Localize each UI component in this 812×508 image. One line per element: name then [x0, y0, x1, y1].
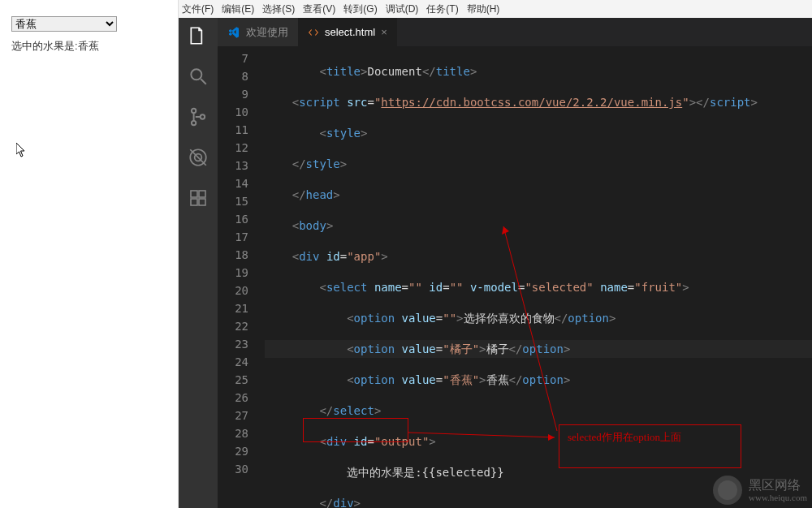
menu-file[interactable]: 文件(F) [182, 2, 214, 16]
vscode-editor: 文件(F) 编辑(E) 选择(S) 查看(V) 转到(G) 调试(D) 任务(T… [179, 0, 812, 508]
menu-debug[interactable]: 调试(D) [386, 2, 419, 16]
tab-select-html[interactable]: select.html × [298, 18, 397, 46]
tab-welcome[interactable]: 欢迎使用 [218, 18, 298, 46]
code-editor[interactable]: 7891011121314151617181920212223242526272… [218, 46, 812, 508]
fruit-select[interactable]: 香蕉 [11, 16, 117, 32]
html-file-icon [308, 27, 319, 38]
svg-rect-11 [199, 199, 205, 205]
mouse-cursor-icon [16, 143, 26, 157]
menu-goto[interactable]: 转到(G) [343, 2, 377, 16]
svg-rect-8 [191, 191, 197, 197]
menu-view[interactable]: 查看(V) [303, 2, 335, 16]
explorer-icon[interactable] [187, 24, 209, 47]
menu-bar: 文件(F) 编辑(E) 选择(S) 查看(V) 转到(G) 调试(D) 任务(T… [179, 0, 812, 18]
watermark-logo-icon [713, 476, 742, 505]
svg-point-4 [201, 114, 205, 118]
close-tab-icon[interactable]: × [381, 26, 387, 38]
menu-tasks[interactable]: 任务(T) [426, 2, 458, 16]
debug-icon[interactable] [187, 146, 209, 169]
annotation-callout: selected作用在option上面 [559, 424, 741, 468]
menu-edit[interactable]: 编辑(E) [222, 2, 254, 16]
svg-point-3 [192, 121, 196, 125]
extensions-icon[interactable] [187, 187, 209, 209]
search-icon[interactable] [187, 65, 209, 88]
output-text: 选中的水果是:香蕉 [11, 38, 166, 55]
vscode-icon [227, 26, 240, 39]
svg-point-0 [191, 69, 201, 80]
browser-preview-pane: 香蕉 选中的水果是:香蕉 [0, 0, 179, 508]
svg-line-1 [201, 79, 206, 84]
svg-rect-9 [199, 191, 205, 197]
activity-bar [179, 18, 218, 508]
annotation-highlight-box [303, 418, 408, 442]
svg-rect-10 [191, 199, 197, 205]
line-gutter: 7891011121314151617181920212223242526272… [218, 46, 265, 508]
tab-bar: 欢迎使用 select.html × [218, 18, 812, 46]
menu-select[interactable]: 选择(S) [262, 2, 295, 16]
source-control-icon[interactable] [187, 105, 209, 128]
menu-help[interactable]: 帮助(H) [467, 2, 500, 16]
svg-point-2 [192, 109, 196, 113]
watermark: 黑区网络 www.heiqu.com [713, 476, 807, 505]
